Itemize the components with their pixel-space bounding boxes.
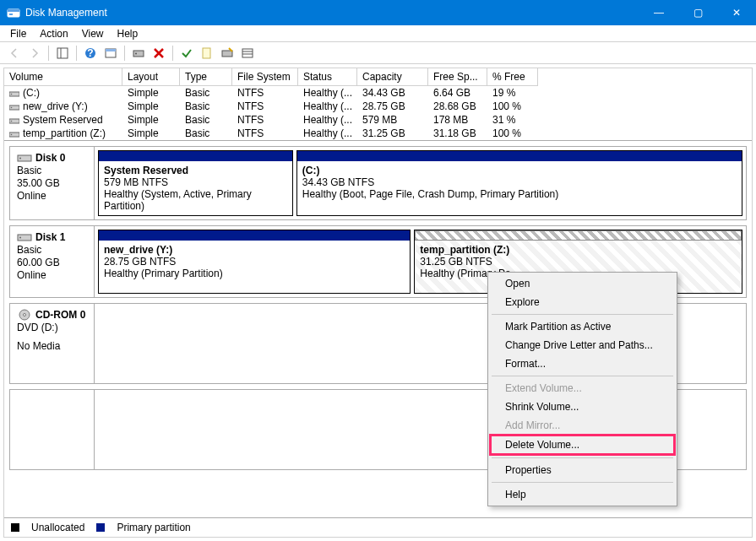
ctx-format[interactable]: Format... [490,354,675,373]
menu-file[interactable]: File [3,26,33,41]
volume-pctfree: 19 % [487,86,538,100]
volume-name: System Reserved [23,114,103,126]
volume-pctfree: 100 % [487,127,538,140]
ctx-separator [492,376,673,376]
menu-view[interactable]: View [75,26,111,41]
disk-icon [17,231,32,243]
disk-state: Online [17,190,87,202]
list-button[interactable] [238,44,257,62]
ctx-open[interactable]: Open [490,274,675,293]
volume-capacity: 31.25 GB [357,127,428,140]
menu-action[interactable]: Action [33,26,74,41]
ctx-separator [492,314,673,315]
refresh-button[interactable] [129,44,148,62]
partition-status: Healthy (System, Active, Primary Partiti… [104,188,287,212]
partition[interactable]: (C:)34.43 GB NTFSHealthy (Boot, Page Fil… [296,150,742,216]
svg-rect-12 [222,51,232,57]
partition-status: Healthy (Boot, Page File, Crash Dump, Pr… [302,188,737,200]
disk-icon [17,152,32,164]
partition-name: temp_partition (Z:) [420,244,737,256]
partition-stripe [99,230,410,241]
svg-point-29 [24,314,26,316]
volume-status: Healthy (... [298,127,357,140]
toolbar-separator [124,46,125,61]
volume-row[interactable]: System ReservedSimpleBasicNTFSHealthy (.… [4,113,752,127]
partition[interactable]: new_drive (Y:)28.75 GB NTFSHealthy (Prim… [98,230,411,294]
disk-size: 35.00 GB [17,177,87,189]
svg-rect-3 [57,48,68,58]
svg-point-10 [135,52,137,54]
col-capacity[interactable]: Capacity [357,68,428,86]
volume-name: new_drive (Y:) [23,100,88,112]
partition[interactable]: System Reserved579 MB NTFSHealthy (Syste… [98,150,293,216]
ctx-separator [492,457,673,458]
col-layout[interactable]: Layout [122,68,180,86]
partition-size: 34.43 GB NTFS [302,176,737,188]
menu-help[interactable]: Help [111,26,145,41]
volume-capacity: 579 MB [357,113,428,127]
volume-status: Healthy (... [298,86,357,100]
partition-size: 28.75 GB NTFS [104,256,405,268]
disk-type: Basic [17,244,87,256]
ctx-help[interactable]: Help [490,485,675,504]
col-pctfree[interactable]: % Free [487,68,538,86]
col-volume[interactable]: Volume [4,68,122,86]
col-freespace[interactable]: Free Sp... [428,68,487,86]
window-title: Disk Management [25,7,639,19]
legend-primary: Primary partition [117,522,190,533]
svg-rect-8 [106,49,116,51]
volume-fs: NTFS [232,100,298,113]
delete-button[interactable] [150,44,168,62]
volume-fs: NTFS [232,113,298,127]
wizard-button[interactable] [218,44,237,62]
partition-name: new_drive (Y:) [104,244,405,256]
disk-name: Disk 1 [17,231,87,243]
ctx-add-mirror: Add Mirror... [490,416,675,435]
ctx-shrink[interactable]: Shrink Volume... [490,398,675,416]
col-filesystem[interactable]: File System [232,68,298,86]
volume-layout: Simple [122,100,180,113]
svg-rect-9 [133,51,144,57]
volume-row[interactable]: temp_partition (Z:)SimpleBasicNTFSHealth… [4,127,752,140]
partition-status: Healthy (Primary Partition) [104,268,405,279]
volume-row[interactable]: new_drive (Y:)SimpleBasicNTFSHealthy (..… [4,100,752,113]
svg-point-19 [11,107,13,109]
swatch-primary [96,523,105,532]
volume-layout: Simple [122,86,180,100]
disk-label: Disk 1Basic60.00 GBOnline [10,226,95,297]
titlebar: Disk Management — ▢ ✕ [0,0,756,25]
toolbar-separator [172,46,173,61]
minimize-button[interactable]: — [639,0,678,25]
check-button[interactable] [177,44,196,62]
disc-icon [17,309,32,321]
cdrom-label: CD-ROM 0 DVD (D:) No Media [10,304,95,383]
show-hide-tree-button[interactable] [53,44,72,62]
cdrom-type: DVD (D:) [17,322,87,333]
back-button[interactable] [5,44,24,62]
ctx-delete-volume[interactable]: Delete Volume... [489,434,676,456]
legend: Unallocated Primary partition [4,517,752,537]
svg-point-21 [11,121,13,122]
settings-button[interactable] [101,44,120,62]
partition-size: 31.25 GB NTFS [420,256,737,268]
volume-free: 178 MB [428,113,487,127]
close-button[interactable]: ✕ [717,0,756,25]
svg-point-17 [11,94,13,95]
col-status[interactable]: Status [298,68,357,86]
col-type[interactable]: Type [180,68,232,86]
volume-row[interactable]: (C:)SimpleBasicNTFSHealthy (...34.43 GB6… [4,86,752,100]
partition-size: 579 MB NTFS [104,176,287,188]
svg-rect-2 [9,14,13,15]
maximize-button[interactable]: ▢ [678,0,717,25]
drive-icon [9,89,19,97]
forward-button[interactable] [25,44,44,62]
help-button[interactable]: ? [81,44,100,62]
ctx-explore[interactable]: Explore [490,293,675,311]
ctx-change-letter[interactable]: Change Drive Letter and Paths... [490,336,675,354]
note-button[interactable] [198,44,216,62]
partition-stripe [415,230,742,241]
ctx-properties[interactable]: Properties [490,461,675,479]
svg-point-27 [19,237,21,239]
svg-point-25 [19,158,21,160]
ctx-mark-active[interactable]: Mark Partition as Active [490,317,675,336]
